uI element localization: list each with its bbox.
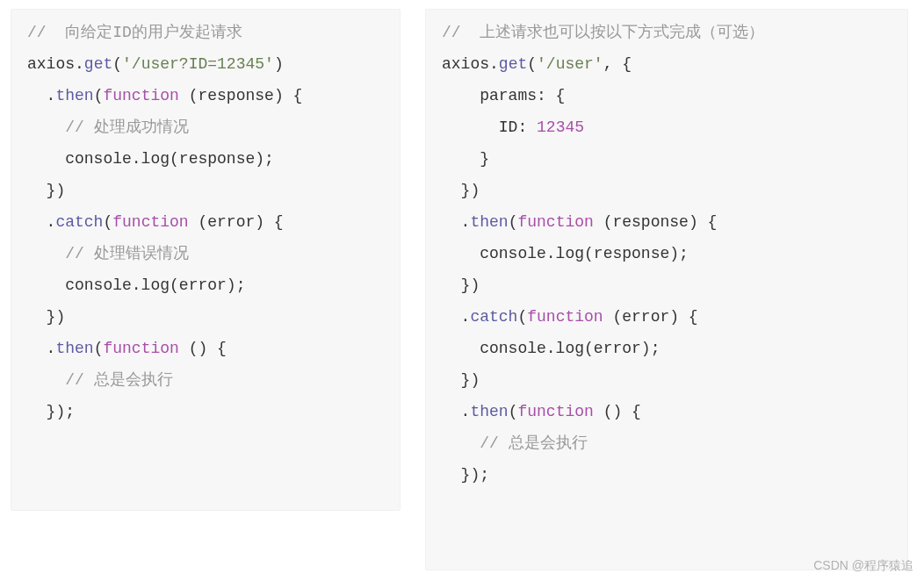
code-line: })	[442, 276, 480, 294]
code-line: console.log(error);	[442, 340, 660, 357]
code-line: console.log(response);	[27, 150, 274, 168]
code-line: .then(function (response) {	[27, 87, 302, 104]
code-comment: // 处理成功情况	[27, 118, 189, 136]
code-line: params: {	[442, 87, 565, 104]
code-line: })	[27, 182, 65, 199]
code-block-left: // 向给定ID的用户发起请求 axios.get('/user?ID=1234…	[11, 9, 401, 511]
code-line: axios.get('/user?ID=12345')	[27, 55, 284, 73]
code-line: })	[442, 371, 480, 389]
code-left: // 向给定ID的用户发起请求 axios.get('/user?ID=1234…	[27, 17, 391, 427]
code-line: });	[442, 466, 489, 484]
code-line: });	[27, 403, 75, 420]
code-line: .then(function () {	[442, 403, 641, 420]
code-line: console.log(response);	[442, 245, 689, 262]
code-line: console.log(error);	[27, 276, 245, 294]
code-comment: // 上述请求也可以按以下方式完成（可选）	[442, 24, 764, 41]
watermark: CSDN @程序猿追	[813, 558, 913, 574]
code-line: .then(function () {	[27, 340, 227, 357]
code-comment: // 处理错误情况	[27, 245, 189, 262]
code-line: })	[442, 182, 480, 199]
code-comment: // 向给定ID的用户发起请求	[27, 24, 242, 41]
code-comment: // 总是会执行	[442, 434, 588, 452]
code-block-right: // 上述请求也可以按以下方式完成（可选） axios.get('/user',…	[425, 9, 908, 570]
code-line: .catch(function (error) {	[27, 213, 284, 231]
code-line: .then(function (response) {	[442, 213, 717, 231]
code-line: ID: 12345	[442, 118, 584, 136]
code-line: })	[27, 308, 65, 326]
code-comment: // 总是会执行	[27, 371, 173, 389]
code-right: // 上述请求也可以按以下方式完成（可选） axios.get('/user',…	[442, 17, 899, 491]
code-line: axios.get('/user', {	[442, 55, 632, 73]
code-line: }	[442, 150, 489, 168]
code-line: .catch(function (error) {	[442, 308, 698, 326]
